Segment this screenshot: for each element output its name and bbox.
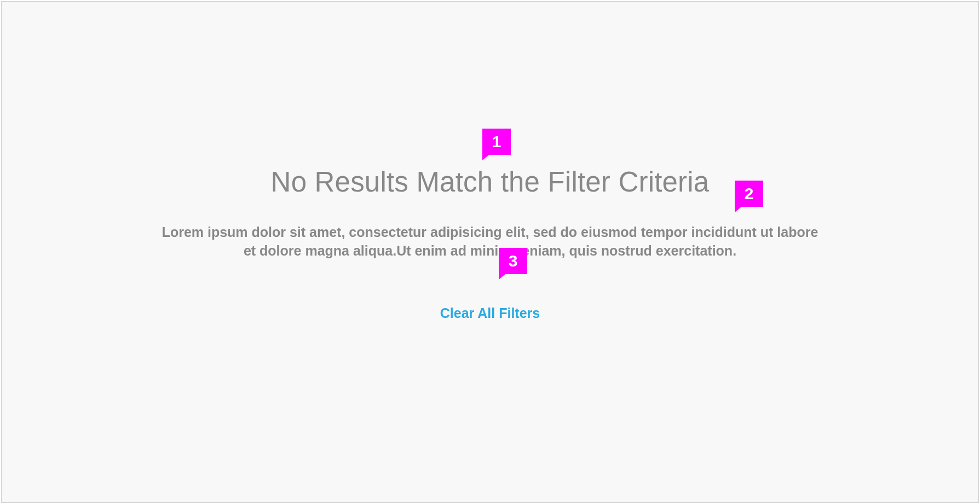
empty-state-title: No Results Match the Filter Criteria (24, 166, 956, 198)
empty-state-container: No Results Match the Filter Criteria Lor… (2, 166, 978, 321)
annotation-callout-1: 1 (482, 129, 511, 155)
clear-all-filters-link[interactable]: Clear All Filters (440, 305, 540, 321)
annotation-callout-2: 2 (735, 181, 763, 207)
app-frame: No Results Match the Filter Criteria Lor… (1, 1, 979, 503)
annotation-callout-3: 3 (499, 248, 527, 274)
empty-state-description: Lorem ipsum dolor sit amet, consectetur … (162, 223, 818, 260)
